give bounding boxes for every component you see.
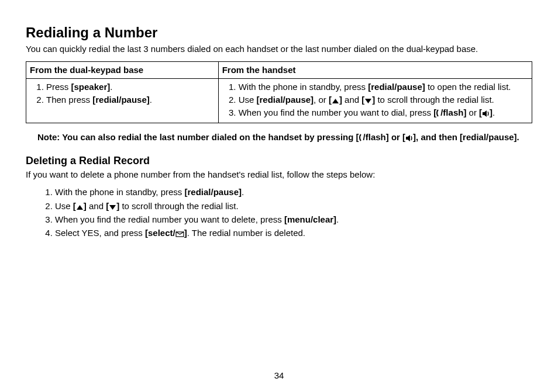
svg-marker-3 (484, 110, 487, 117)
svg-marker-5 (408, 135, 410, 141)
list-item: Use [redial/pause], or [] and [] to scro… (239, 94, 528, 106)
svg-marker-0 (332, 99, 339, 103)
intro-text: You can quickly redial the last 3 number… (26, 43, 532, 55)
triangle-down-icon (109, 204, 116, 210)
svg-marker-6 (77, 205, 83, 210)
triangle-up-icon (76, 204, 84, 210)
table-header-base: From the dual-keypad base (26, 61, 219, 78)
triangle-down-icon (364, 98, 372, 104)
note-text: Note: You can also redial the last numbe… (37, 131, 521, 143)
svg-marker-7 (109, 205, 116, 210)
envelope-icon (175, 231, 184, 237)
delete-intro: If you want to delete a phone number fro… (26, 169, 532, 181)
list-item: Press [speaker]. (46, 81, 215, 93)
list-item: With the phone in standby, press [redial… (55, 186, 532, 198)
list-item: When you find the redial number you want… (55, 214, 532, 226)
list-item: Use [] and [] to scroll through the redi… (55, 200, 532, 212)
table-row: Press [speaker]. Then press [redial/paus… (26, 78, 532, 123)
list-item: Select YES, and press [select/]. The red… (55, 227, 532, 239)
speaker-icon (482, 110, 490, 117)
list-item: With the phone in standby, press [redial… (239, 81, 528, 93)
instructions-table: From the dual-keypad base From the hands… (26, 61, 532, 123)
table-cell-handset: With the phone in standby, press [redial… (218, 78, 532, 123)
page-number: 34 (0, 370, 558, 381)
svg-rect-2 (483, 112, 484, 115)
svg-marker-1 (365, 99, 371, 103)
section-title-delete: Deleting a Redial Record (26, 154, 532, 168)
page-title: Redialing a Number (26, 23, 532, 42)
speaker-icon (405, 135, 413, 141)
list-item: When you find the number you want to dia… (239, 107, 528, 119)
triangle-up-icon (332, 98, 339, 104)
talk-icon (359, 134, 363, 141)
svg-rect-4 (406, 137, 408, 140)
list-item: Then press [redial/pause]. (46, 94, 215, 106)
table-header-handset: From the handset (218, 61, 532, 78)
table-cell-base: Press [speaker]. Then press [redial/paus… (26, 78, 219, 123)
delete-steps: With the phone in standby, press [redial… (26, 186, 532, 239)
